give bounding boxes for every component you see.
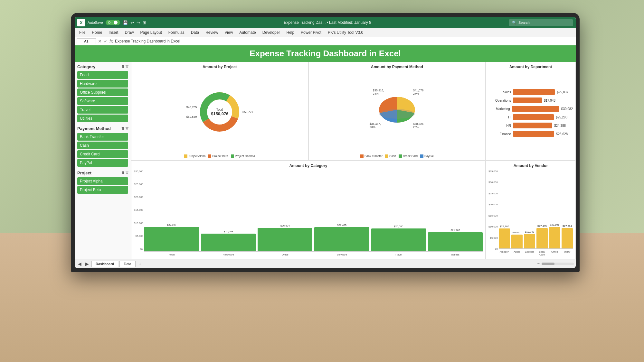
payment-sort-icon[interactable]: ⇅: [121, 126, 124, 131]
menu-view[interactable]: View: [222, 29, 236, 36]
more-icon[interactable]: ⋯: [537, 262, 540, 266]
donut-label-alpha-val: $45,735: [186, 106, 197, 109]
excel-icon: X: [77, 19, 85, 26]
project-section: Project ⇅ ▽ Project Alpha Project Beta: [77, 171, 128, 194]
formula-bar: A1 ✕ ✓ fx Expense Tracking Dashboard in …: [75, 37, 576, 45]
donut-label-gamma-val: $53,771: [242, 110, 253, 114]
category-y-axis: $30,000 $25,000 $20,000 $15,000 $10,000 …: [134, 170, 144, 256]
chart-payment-title: Amount by Payment Method: [311, 65, 483, 69]
project-filter-icon[interactable]: ▽: [126, 171, 128, 175]
dept-row-sales: Sales $25,837: [488, 89, 573, 95]
save-icon[interactable]: 💾: [123, 20, 128, 25]
bar-software: $27,435: [314, 224, 369, 251]
menu-pagelayout[interactable]: Page Layout: [137, 29, 165, 36]
chart-by-payment: Amount by Payment Method $35,916,24% $41…: [308, 62, 486, 161]
payment-paypal[interactable]: PayPal: [77, 159, 128, 167]
fx-icon: fx: [109, 39, 113, 44]
search-icon: 🔍: [512, 21, 516, 25]
svg-point-5: [379, 109, 415, 119]
category-hardware[interactable]: Hardware: [77, 80, 128, 88]
bar-office: $26,804: [258, 224, 312, 251]
vendor-y-axis: $35,000 $30,000 $25,000 $20,000 $15,000 …: [488, 170, 499, 256]
menu-review[interactable]: Review: [202, 29, 221, 36]
chart-by-vendor: Amount by Vendor $35,000 $30,000 $25,000…: [486, 161, 576, 259]
scroll-track[interactable]: [542, 263, 574, 265]
cell-reference[interactable]: A1: [77, 38, 96, 44]
menu-bar: File Home Insert Draw Page Layout Formul…: [75, 28, 576, 37]
menu-home[interactable]: Home: [89, 29, 105, 36]
menu-developer[interactable]: Developer: [259, 29, 283, 36]
donut-chart: Total $150,076: [199, 91, 241, 133]
menu-insert[interactable]: Insert: [105, 29, 121, 36]
menu-data[interactable]: Data: [188, 29, 202, 36]
project-beta[interactable]: Project Beta: [77, 186, 128, 194]
payment-legend: Bank Transfer Cash Credit Card PayPal: [311, 154, 483, 158]
chart-category-title: Amount by Category: [134, 163, 483, 168]
menu-pktool[interactable]: PK's Utility Tool V3.0: [325, 29, 366, 36]
menu-powerpivot[interactable]: Power Pivot: [298, 29, 325, 36]
scroll-thumb: [542, 263, 554, 265]
tab-add[interactable]: +: [137, 261, 143, 267]
confirm-icon[interactable]: ✓: [104, 39, 108, 44]
payment-cash[interactable]: Cash: [77, 142, 128, 149]
dept-bar-it: [513, 114, 554, 120]
autosave-state: On: [108, 21, 112, 24]
menu-help[interactable]: Help: [283, 29, 298, 36]
grid-icon[interactable]: ⊞: [143, 20, 146, 25]
category-office-supplies[interactable]: Office Supplies: [77, 88, 128, 96]
category-x-labels: Food Hardware Office Software Travel Uti…: [144, 253, 483, 256]
project-legend: Project Alpha Project Beta Project Gamma: [134, 154, 306, 158]
category-bars-wrapper: $27,887 $20,098 $26,804: [144, 170, 483, 256]
dept-value-fin: $25,628: [556, 132, 568, 136]
dept-bar-mkt: [512, 106, 559, 112]
bar-expedia: $19,849: [524, 230, 535, 248]
undo-icon[interactable]: ↩: [130, 20, 134, 25]
category-section: Category ⇅ ▽ Food Hardware Office Suppli…: [77, 64, 128, 122]
dept-row-hr: HR $24,388: [488, 123, 573, 128]
category-software[interactable]: Software: [77, 97, 128, 105]
bar-amazon: $27,166: [499, 225, 510, 248]
chart-by-project: Amount by Project $45,735 $50,569: [131, 62, 308, 161]
dept-row-it: IT $25,298: [488, 114, 573, 120]
category-filter-icon[interactable]: ▽: [126, 65, 128, 69]
project-alpha[interactable]: Project Alpha: [77, 177, 128, 185]
dept-bar-sales: [513, 89, 555, 95]
project-title: Project ⇅ ▽: [77, 171, 128, 175]
category-travel[interactable]: Travel: [77, 106, 128, 114]
search-box[interactable]: 🔍 Search: [509, 19, 573, 26]
file-title: Expense Tracking Das... • Last Modified:…: [149, 20, 506, 25]
bar-office-vendor: $29,101: [549, 223, 560, 248]
dept-label-it: IT: [488, 116, 511, 119]
dept-value-mkt: $30,982: [561, 107, 573, 111]
dept-bar-fin: [513, 131, 554, 137]
category-utilities[interactable]: Utilities: [77, 115, 128, 122]
cancel-icon[interactable]: ✕: [98, 39, 102, 44]
tab-prev[interactable]: ◀: [77, 261, 83, 266]
bar-food: $27,887: [144, 223, 199, 251]
scrollbar: ⋯: [537, 262, 574, 266]
payment-filter-icon[interactable]: ▽: [126, 126, 128, 131]
category-sort-icon[interactable]: ⇅: [121, 65, 124, 69]
formula-content[interactable]: Expense Tracking Dashboard in Excel: [115, 39, 574, 43]
vendor-bars: $27,166 $18,861 $19,849: [499, 170, 573, 249]
chart-dept-title: Amount by Department: [488, 65, 573, 69]
redo-icon[interactable]: ↪: [137, 20, 140, 25]
category-food[interactable]: Food: [77, 71, 128, 79]
autosave-label: AutoSave: [88, 21, 103, 24]
payment-credit-card[interactable]: Credit Card: [77, 150, 128, 158]
dashboard-body: Category ⇅ ▽ Food Hardware Office Suppli…: [75, 62, 576, 259]
bar-travel: $26,085: [371, 225, 426, 251]
vendor-bars-wrapper: $27,166 $18,861 $19,849: [499, 170, 573, 256]
autosave-toggle[interactable]: On: [106, 20, 120, 25]
payment-section: Payment Method ⇅ ▽ Bank Transfer Cash Cr…: [77, 126, 128, 167]
tab-next[interactable]: ▶: [84, 261, 90, 266]
menu-draw[interactable]: Draw: [121, 29, 137, 36]
menu-file[interactable]: File: [76, 29, 89, 36]
project-sort-icon[interactable]: ⇅: [121, 171, 124, 175]
menu-automate[interactable]: Automate: [236, 29, 259, 36]
tab-dashboard[interactable]: Dashboard: [91, 261, 118, 267]
payment-bank-transfer[interactable]: Bank Transfer: [77, 133, 128, 141]
menu-formulas[interactable]: Formulas: [165, 29, 188, 36]
tab-data[interactable]: Data: [119, 261, 135, 267]
bar-localcafe: $27,435: [536, 225, 548, 248]
